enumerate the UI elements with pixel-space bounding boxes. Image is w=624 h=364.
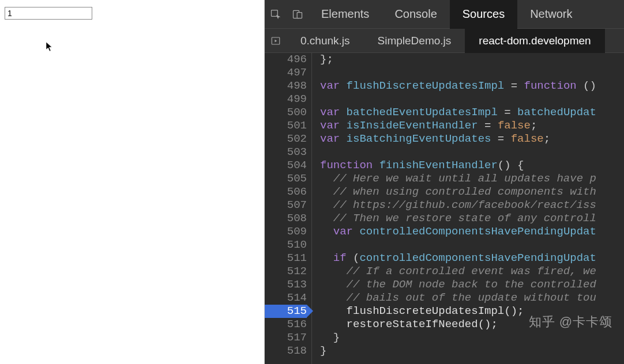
- line-number[interactable]: 518: [265, 344, 307, 358]
- tab-network[interactable]: Network: [517, 0, 585, 29]
- code-line[interactable]: flushDiscreteUpdatesImpl();: [320, 305, 624, 318]
- file-tab-react-dom[interactable]: react-dom.developmen: [465, 29, 604, 53]
- code-content[interactable]: };var flushDiscreteUpdatesImpl = functio…: [312, 53, 624, 364]
- file-tab-label: 0.chunk.js: [300, 35, 350, 47]
- line-number[interactable]: 496: [265, 53, 307, 66]
- line-number[interactable]: 510: [265, 238, 307, 252]
- code-line[interactable]: // If a controlled event was fired, we: [320, 265, 624, 278]
- devtools-toolbar: Elements Console Sources Network: [265, 0, 624, 29]
- code-editor[interactable]: 4964974984995005015025035045055065075085…: [265, 53, 624, 364]
- tab-sources[interactable]: Sources: [450, 0, 517, 29]
- line-number[interactable]: 497: [265, 66, 307, 79]
- file-tab-label: SimpleDemo.js: [378, 35, 452, 47]
- code-line[interactable]: function finishEventHandler() {: [320, 159, 624, 172]
- tab-console[interactable]: Console: [382, 0, 449, 29]
- code-line[interactable]: [320, 238, 624, 252]
- line-number[interactable]: 506: [265, 185, 307, 199]
- mouse-cursor-icon: [46, 41, 54, 54]
- code-line[interactable]: restoreStateIfNeeded();: [320, 318, 624, 331]
- rendered-page: [0, 0, 265, 364]
- device-toolbar-icon[interactable]: [287, 0, 309, 29]
- line-number-gutter[interactable]: 4964974984995005015025035045055065075085…: [265, 53, 312, 364]
- file-tab-simpledemo[interactable]: SimpleDemo.js: [364, 29, 465, 53]
- main-tabs: Elements Console Sources Network: [309, 0, 585, 29]
- line-number[interactable]: 517: [265, 331, 307, 344]
- line-number[interactable]: 504: [265, 159, 307, 172]
- line-number[interactable]: 501: [265, 119, 307, 132]
- code-line[interactable]: var flushDiscreteUpdatesImpl = function …: [320, 79, 624, 93]
- code-line[interactable]: };: [320, 53, 624, 66]
- code-line[interactable]: // Here we wait until all updates have p: [320, 172, 624, 185]
- line-number[interactable]: 499: [265, 93, 307, 106]
- code-line[interactable]: var isInsideEventHandler = false;: [320, 119, 624, 132]
- demo-text-input[interactable]: [5, 7, 92, 20]
- line-number[interactable]: 502: [265, 132, 307, 146]
- file-tab-0-chunk[interactable]: 0.chunk.js: [287, 29, 364, 53]
- line-number[interactable]: 498: [265, 79, 307, 93]
- line-number[interactable]: 507: [265, 199, 307, 212]
- file-tabs: 0.chunk.js SimpleDemo.js react-dom.devel…: [287, 29, 624, 53]
- code-line[interactable]: var isBatchingEventUpdates = false;: [320, 132, 624, 146]
- tab-label: Elements: [321, 7, 369, 21]
- line-number[interactable]: 500: [265, 106, 307, 119]
- code-line[interactable]: [320, 66, 624, 79]
- code-line[interactable]: [320, 93, 624, 106]
- code-line[interactable]: var batchedEventUpdatesImpl = batchedUpd…: [320, 106, 624, 119]
- line-number[interactable]: 508: [265, 212, 307, 225]
- line-number[interactable]: 512: [265, 265, 307, 278]
- line-number[interactable]: 516: [265, 318, 307, 331]
- code-line[interactable]: }: [320, 344, 624, 358]
- line-number[interactable]: 515: [265, 305, 307, 318]
- tab-label: Sources: [463, 7, 505, 21]
- code-line[interactable]: // https://github.com/facebook/react/iss: [320, 199, 624, 212]
- line-number[interactable]: 503: [265, 146, 307, 159]
- tab-elements[interactable]: Elements: [309, 0, 382, 29]
- line-number[interactable]: 513: [265, 278, 307, 291]
- code-line[interactable]: // bails out of the update without tou: [320, 291, 624, 305]
- line-number[interactable]: 505: [265, 172, 307, 185]
- svg-rect-2: [297, 12, 302, 18]
- code-line[interactable]: // when using controlled components with: [320, 185, 624, 199]
- line-number[interactable]: 514: [265, 291, 307, 305]
- line-number[interactable]: 509: [265, 225, 307, 238]
- tab-label: Console: [394, 7, 437, 21]
- file-tab-bar: 0.chunk.js SimpleDemo.js react-dom.devel…: [265, 29, 624, 53]
- code-line[interactable]: // Then we restore state of any controll: [320, 212, 624, 225]
- code-line[interactable]: }: [320, 331, 624, 344]
- code-line[interactable]: // the DOM node back to the controlled: [320, 278, 624, 291]
- tab-label: Network: [530, 7, 572, 21]
- code-line[interactable]: [320, 146, 624, 159]
- show-navigator-icon[interactable]: [265, 29, 287, 53]
- code-line[interactable]: var controlledComponentsHavePendingUpdat: [320, 225, 624, 238]
- line-number[interactable]: 511: [265, 252, 307, 265]
- file-tab-label: react-dom.developmen: [479, 35, 591, 47]
- inspect-element-icon[interactable]: [265, 0, 287, 29]
- devtools-panel: Elements Console Sources Network 0.chunk…: [265, 0, 624, 364]
- code-line[interactable]: if (controlledComponentsHavePendingUpdat: [320, 252, 624, 265]
